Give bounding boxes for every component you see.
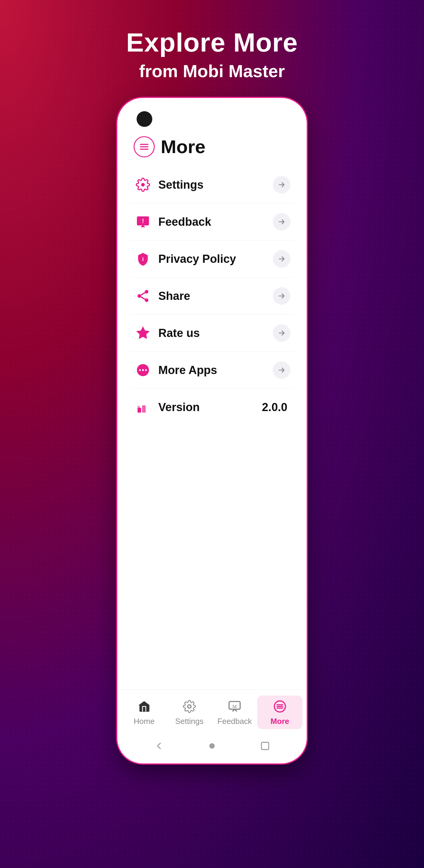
version-label: Version [158,401,262,414]
nav-item-feedback-tab[interactable]: Feedback [212,695,257,729]
svg-point-15 [145,369,147,371]
nav-item-more-tab[interactable]: More [257,695,302,729]
bottom-nav: Home Settings Feedback [119,689,305,732]
phone-frame: More Settings [119,99,305,762]
settings-nav-icon [182,699,197,714]
feedback-label: Feedback [158,216,273,228]
camera-cutout [137,111,152,127]
home-icon [136,699,152,714]
header-subtitle: from Mobi Master [126,61,298,81]
svg-text:!: ! [142,218,144,224]
share-arrow [273,287,291,305]
svg-rect-26 [262,742,269,749]
header-title: Explore More [126,27,298,58]
menu-item-privacy[interactable]: i Privacy Policy [130,241,294,278]
rate-label: Rate us [158,327,273,340]
system-back-button[interactable] [153,741,164,751]
privacy-label: Privacy Policy [158,253,273,266]
svg-point-7 [138,294,141,298]
menu-item-version: Version 2.0.0 [130,389,294,426]
svg-point-25 [209,743,215,749]
svg-line-9 [141,297,145,299]
more-apps-arrow [273,361,291,379]
svg-text:i: i [142,256,144,262]
nav-item-settings-tab[interactable]: Settings [167,695,212,729]
menu-item-settings[interactable]: Settings [130,166,294,204]
feedback-nav-icon [227,699,242,714]
more-nav-icon [272,699,288,714]
nav-item-home[interactable]: Home [122,695,167,729]
feedback-arrow [273,213,291,230]
more-nav-label: More [271,717,289,726]
menu-list: Settings ! Feedback [119,160,305,432]
menu-item-feedback[interactable]: ! Feedback [130,204,294,241]
page-header: More [119,127,305,160]
privacy-icon: i [133,250,152,268]
svg-point-19 [188,705,191,708]
settings-arrow [273,176,291,193]
system-nav-bar [119,732,305,762]
svg-point-14 [142,369,144,371]
svg-point-13 [139,369,141,371]
svg-point-6 [145,290,148,293]
settings-label: Settings [158,179,273,191]
home-nav-label: Home [133,717,154,726]
rate-arrow [273,324,291,342]
svg-rect-20 [229,702,240,710]
menu-item-rate[interactable]: Rate us [130,315,294,352]
page-header-icon [133,136,155,157]
menu-item-share[interactable]: Share [130,278,294,315]
menu-item-more-apps[interactable]: More Apps [130,352,294,389]
share-icon [133,287,152,305]
svg-point-8 [145,299,148,302]
rate-icon [133,324,152,342]
feedback-icon: ! [133,213,152,231]
svg-rect-17 [142,405,146,412]
privacy-arrow [273,250,291,268]
settings-nav-label: Settings [175,717,204,726]
system-home-button[interactable] [207,741,217,751]
svg-rect-18 [138,406,140,408]
version-value: 2.0.0 [262,401,287,414]
settings-icon [133,176,152,194]
more-apps-label: More Apps [158,364,273,377]
more-apps-icon [133,361,152,379]
feedback-nav-label: Feedback [217,717,252,726]
svg-marker-11 [137,327,149,338]
svg-rect-16 [138,408,141,412]
version-icon [133,398,152,416]
share-label: Share [158,290,273,303]
system-recents-button[interactable] [260,741,271,751]
svg-line-10 [141,293,145,295]
page-title: More [161,136,205,157]
header-section: Explore More from Mobi Master [126,27,298,81]
